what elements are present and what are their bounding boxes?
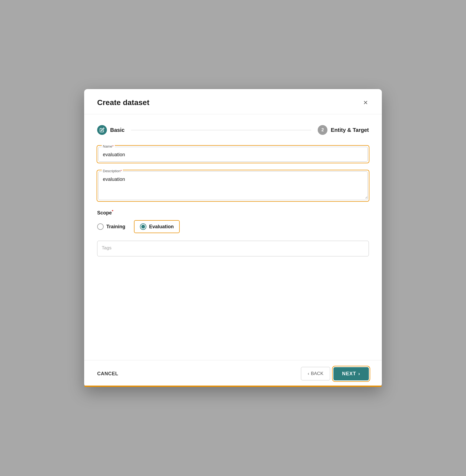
modal-dialog: Create dataset × Basic <box>84 89 382 387</box>
step-2-label: Entity & Target <box>331 127 369 133</box>
steps-header: Basic 2 Entity & Target <box>97 125 369 135</box>
step-2-entity: 2 Entity & Target <box>318 125 369 135</box>
scope-section: Scope* Training Evaluation <box>97 209 369 233</box>
modal-header: Create dataset × <box>84 89 382 114</box>
close-button[interactable]: × <box>362 98 369 107</box>
step-divider <box>131 130 311 130</box>
step-1-icon <box>97 125 107 135</box>
name-field-group: Name* <box>97 146 369 163</box>
cancel-button[interactable]: CANCEL <box>97 371 118 377</box>
description-field-container: Description* <box>98 171 368 200</box>
modal-body: Basic 2 Entity & Target Name* <box>84 114 382 360</box>
description-input[interactable] <box>99 172 367 199</box>
tags-placeholder: Tags <box>102 245 111 250</box>
modal-overlay: Create dataset × Basic <box>0 0 466 476</box>
back-button[interactable]: ‹ BACK <box>301 367 330 380</box>
step-1-basic: Basic <box>97 125 124 135</box>
training-radio-circle <box>97 223 104 230</box>
next-chevron-icon: › <box>358 371 360 377</box>
name-input[interactable] <box>99 147 367 161</box>
name-label: Name* <box>102 144 115 148</box>
description-field-group: Description* <box>97 170 369 201</box>
modal-title: Create dataset <box>97 98 149 107</box>
name-field-container: Name* <box>98 147 368 162</box>
evaluation-radio-inner <box>141 225 145 229</box>
modal-footer: CANCEL ‹ BACK NEXT › <box>84 360 382 387</box>
scope-training-option[interactable]: Training <box>97 223 125 230</box>
step-1-label: Basic <box>110 127 124 133</box>
training-radio-label: Training <box>106 224 125 230</box>
nav-buttons: ‹ BACK NEXT › <box>301 367 369 380</box>
evaluation-radio-circle <box>140 223 146 230</box>
tags-field[interactable]: Tags <box>97 241 369 256</box>
back-chevron-icon: ‹ <box>308 371 309 376</box>
scope-options: Training Evaluation <box>97 220 369 233</box>
description-label: Description* <box>102 169 123 173</box>
next-button[interactable]: NEXT › <box>333 367 369 380</box>
back-label: BACK <box>311 371 323 376</box>
evaluation-radio-label: Evaluation <box>149 224 174 230</box>
scope-label: Scope* <box>97 209 369 216</box>
scope-evaluation-option[interactable]: Evaluation <box>134 220 180 233</box>
footer-progress-bar <box>84 386 382 387</box>
step-2-icon: 2 <box>318 125 327 135</box>
next-label: NEXT <box>342 371 356 377</box>
